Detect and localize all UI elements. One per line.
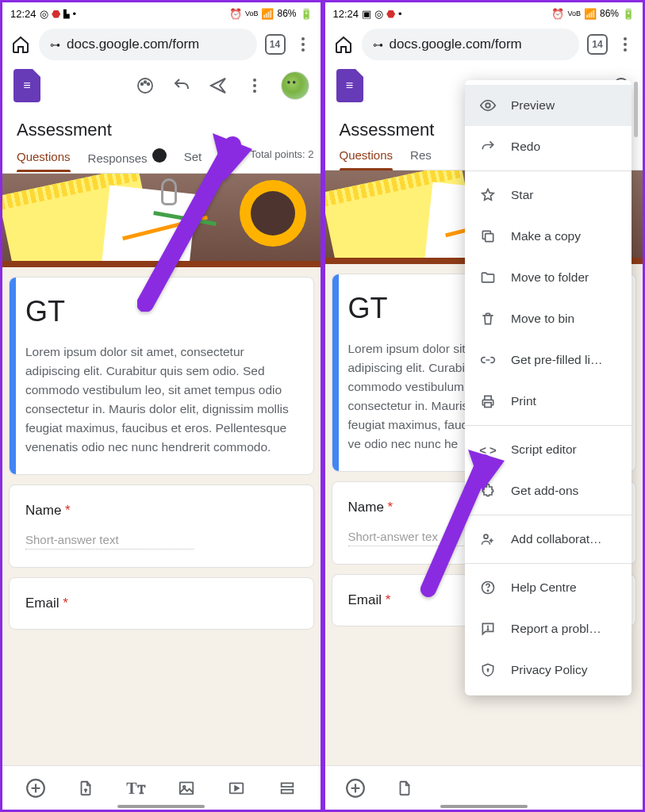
print-icon — [479, 393, 497, 410]
more-dots: • — [73, 8, 77, 20]
link-icon — [479, 351, 497, 369]
add-section-icon[interactable] — [276, 777, 298, 799]
svg-point-18 — [484, 534, 488, 538]
add-image-icon[interactable] — [175, 777, 198, 799]
star-icon — [479, 186, 497, 204]
menu-prefill[interactable]: Get pre-filled li… — [465, 339, 632, 381]
add-title-icon[interactable]: Tᴛ — [125, 777, 148, 799]
import-questions-icon[interactable] — [75, 777, 97, 799]
stop-icon: ⬣ — [386, 8, 395, 20]
avatar[interactable] — [281, 71, 309, 100]
chrome-toolbar: ⊶ docs.google.com/form 14 — [325, 25, 643, 64]
menu-preview[interactable]: Preview — [465, 85, 632, 126]
menu-collaborators[interactable]: Add collaborat… — [465, 519, 632, 560]
forms-overflow-icon[interactable] — [244, 75, 265, 96]
menu-script[interactable]: < >Script editor — [465, 429, 632, 470]
forms-toolbar: ≡ — [2, 64, 321, 107]
screenshot-left: 12:24 ◎ ⬣ ▙ • ⏰ VoB 📶 86% 🔋 ⊶ docs.googl… — [0, 0, 323, 812]
folder-icon — [479, 269, 497, 286]
form-heading: GT — [25, 295, 298, 328]
svg-point-2 — [144, 81, 146, 83]
misc-icon: ▙ — [63, 10, 70, 18]
home-icon[interactable] — [333, 34, 354, 55]
help-icon — [479, 579, 497, 596]
overflow-menu: Preview Redo Star Make a copy Move to fo… — [465, 80, 632, 695]
forms-logo-icon[interactable]: ≡ — [336, 69, 363, 102]
volte-icon: VoB — [245, 10, 259, 17]
tabs-button[interactable]: 14 — [265, 34, 286, 55]
svg-point-1 — [140, 83, 143, 86]
instagram-icon: ◎ — [40, 8, 48, 20]
menu-scrollbar[interactable] — [634, 82, 638, 137]
question-toolbar: Tᴛ — [2, 765, 321, 810]
url-bar[interactable]: ⊶ docs.google.com/form — [362, 29, 580, 60]
total-points: Total points: 2 — [250, 148, 313, 160]
script-icon: < > — [479, 441, 497, 458]
menu-privacy[interactable]: Privacy Policy — [465, 649, 632, 691]
tab-questions[interactable]: Questions — [17, 150, 71, 171]
url-bar[interactable]: ⊶ docs.google.com/form — [39, 29, 257, 60]
title-card[interactable]: GT Lorem ipsum dolor sit amet, consectet… — [9, 277, 314, 475]
menu-report[interactable]: Report a probl… — [465, 608, 632, 649]
chrome-overflow-icon[interactable] — [294, 37, 313, 52]
import-questions-icon[interactable] — [394, 777, 416, 799]
svg-rect-5 — [180, 782, 194, 794]
alarm-icon: ⏰ — [551, 8, 564, 20]
add-question-icon[interactable] — [25, 777, 47, 799]
gesture-bar — [440, 805, 528, 808]
add-question-icon[interactable] — [344, 777, 367, 799]
tab-settings[interactable]: Set — [184, 150, 202, 171]
copy-icon — [479, 228, 497, 245]
forms-logo-icon[interactable]: ≡ — [13, 69, 40, 102]
tab-questions[interactable]: Questions — [340, 148, 394, 170]
battery-icon: 🔋 — [622, 8, 635, 20]
people-icon — [479, 530, 497, 548]
send-icon[interactable] — [208, 75, 228, 96]
palette-icon[interactable] — [135, 75, 155, 96]
responses-badge — [152, 148, 167, 163]
screenshot-right: 12:24 ▣ ◎ ⬣ • ⏰ VoB 📶 86% 🔋 ⊶ docs.googl… — [323, 0, 646, 812]
instagram-icon: ◎ — [374, 8, 383, 20]
menu-redo[interactable]: Redo — [465, 126, 632, 167]
menu-copy[interactable]: Make a copy — [465, 216, 632, 257]
menu-star[interactable]: Star — [465, 174, 632, 216]
site-settings-icon: ⊶ — [373, 39, 383, 51]
svg-point-22 — [487, 669, 488, 670]
undo-icon[interactable] — [171, 75, 192, 96]
forms-tabs: Questions Responses Set Total points: 2 — [2, 140, 321, 174]
menu-move[interactable]: Move to folder — [465, 257, 632, 298]
form-header-image — [2, 174, 321, 261]
status-bar: 12:24 ▣ ◎ ⬣ • ⏰ VoB 📶 86% 🔋 — [325, 2, 643, 25]
menu-bin[interactable]: Move to bin — [465, 298, 632, 339]
gesture-bar — [117, 805, 205, 808]
add-video-icon[interactable] — [225, 777, 248, 799]
tab-responses[interactable]: Res — [410, 148, 432, 170]
tab-responses[interactable]: Responses — [88, 148, 167, 173]
status-time: 12:24 — [333, 8, 359, 20]
stop-icon: ⬣ — [52, 8, 60, 20]
site-settings-icon: ⊶ — [50, 39, 60, 51]
question-name[interactable]: Name * Short-answer text — [9, 485, 314, 568]
tabs-button[interactable]: 14 — [587, 34, 608, 55]
chrome-overflow-icon[interactable] — [616, 37, 635, 52]
signal-icon: 📶 — [584, 8, 597, 20]
feedback-icon — [479, 620, 497, 638]
svg-rect-8 — [281, 783, 293, 787]
required-star: * — [65, 503, 71, 518]
menu-addons[interactable]: Get add-ons — [465, 470, 632, 511]
form-description: Lorem ipsum dolor sit amet, consectetur … — [25, 343, 298, 457]
question-toolbar — [325, 765, 643, 810]
status-bar: 12:24 ◎ ⬣ ▙ • ⏰ VoB 📶 86% 🔋 — [2, 2, 321, 25]
question-email[interactable]: Email * — [9, 577, 314, 630]
trash-icon — [479, 310, 497, 327]
url-text: docs.google.com/form — [390, 36, 522, 52]
puzzle-icon — [479, 482, 497, 500]
q1-label: Name — [25, 503, 61, 518]
menu-help[interactable]: Help Centre — [465, 567, 632, 608]
q2-label: Email — [25, 596, 60, 611]
form-title[interactable]: Assessment — [2, 107, 321, 140]
more-dots: • — [398, 8, 402, 20]
battery-text: 86% — [277, 8, 296, 19]
menu-print[interactable]: Print — [465, 381, 632, 422]
home-icon[interactable] — [10, 34, 31, 55]
